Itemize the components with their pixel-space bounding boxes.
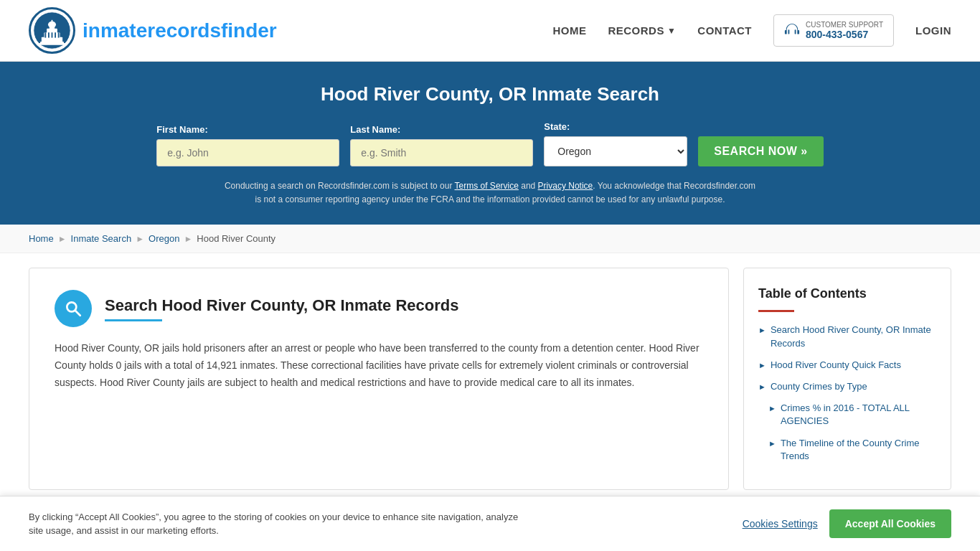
state-group: State: Oregon Alabama Alaska California … <box>544 121 687 166</box>
content-body: Hood River County, OR jails hold prisone… <box>55 340 703 391</box>
nav-contact[interactable]: CONTACT <box>697 24 752 37</box>
svg-rect-9 <box>52 32 53 37</box>
svg-rect-3 <box>47 29 57 33</box>
logo-icon <box>29 7 75 54</box>
svg-rect-1 <box>42 37 62 42</box>
logo-text-part1: inmaterecords <box>83 19 221 42</box>
disclaimer: Conducting a search on Recordsfinder.com… <box>221 179 759 207</box>
first-name-input[interactable] <box>156 139 339 166</box>
toc-item-label: Search Hood River County, OR Inmate Reco… <box>771 324 936 349</box>
nav-home[interactable]: HOME <box>552 24 586 37</box>
support-phone: 800-433-0567 <box>806 29 883 40</box>
breadcrumb-sep-2: ► <box>136 234 144 244</box>
toc-item[interactable]: ►County Crimes by Type <box>758 380 936 393</box>
svg-rect-7 <box>44 32 46 37</box>
nav-login[interactable]: LOGIN <box>915 24 951 37</box>
nav-records[interactable]: RECORDS ▼ <box>608 24 676 37</box>
logo-text-part2: finder <box>221 19 277 42</box>
toc-underline <box>758 310 794 312</box>
svg-rect-6 <box>52 20 53 24</box>
toc-item[interactable]: ►Crimes % in 2016 - TOTAL ALL AGENCIES <box>758 402 936 428</box>
breadcrumb: Home ► Inmate Search ► Oregon ► Hood Riv… <box>0 225 980 253</box>
chevron-right-icon: ► <box>758 325 766 336</box>
breadcrumb-sep-1: ► <box>58 234 67 244</box>
first-name-label: First Name: <box>156 124 208 135</box>
chevron-down-icon: ▼ <box>667 26 676 36</box>
chevron-right-icon: ► <box>758 360 766 371</box>
content-title: Search Hood River County, OR Inmate Reco… <box>105 296 458 315</box>
search-form: First Name: Last Name: State: Oregon Ala… <box>29 121 951 166</box>
logo-text: inmaterecordsfinder <box>83 19 277 42</box>
last-name-group: Last Name: <box>350 124 533 166</box>
svg-rect-8 <box>48 32 50 37</box>
table-of-contents: Table of Contents ►Search Hood River Cou… <box>743 268 951 490</box>
svg-rect-10 <box>55 32 56 37</box>
search-icon-circle <box>55 290 92 327</box>
nav-area: HOME RECORDS ▼ CONTACT CUSTOMER SUPPORT … <box>552 14 951 47</box>
search-banner: Hood River County, OR Inmate Search Firs… <box>0 62 980 225</box>
search-icon <box>64 299 83 318</box>
main-content: Search Hood River County, OR Inmate Reco… <box>0 253 980 504</box>
content-title-area: Search Hood River County, OR Inmate Reco… <box>105 296 458 321</box>
svg-line-15 <box>75 311 80 316</box>
toc-item-label: County Crimes by Type <box>771 380 867 393</box>
breadcrumb-inmate-search[interactable]: Inmate Search <box>71 233 132 244</box>
toc-item-label: Crimes % in 2016 - TOTAL ALL AGENCIES <box>781 402 936 428</box>
state-label: State: <box>544 121 570 132</box>
chevron-right-icon: ► <box>768 403 776 414</box>
banner-title: Hood River County, OR Inmate Search <box>29 83 951 105</box>
support-info: CUSTOMER SUPPORT 800-433-0567 <box>806 21 883 40</box>
breadcrumb-home[interactable]: Home <box>29 233 54 244</box>
logo-area: inmaterecordsfinder <box>29 7 277 54</box>
toc-item[interactable]: ►Hood River County Quick Facts <box>758 359 936 372</box>
last-name-input[interactable] <box>350 139 533 166</box>
content-left: Search Hood River County, OR Inmate Reco… <box>29 268 729 490</box>
state-select[interactable]: Oregon Alabama Alaska California Texas <box>544 136 687 166</box>
content-header: Search Hood River County, OR Inmate Reco… <box>55 290 703 327</box>
toc-list: ►Search Hood River County, OR Inmate Rec… <box>758 324 936 463</box>
header: inmaterecordsfinder HOME RECORDS ▼ CONTA… <box>0 0 980 62</box>
toc-title: Table of Contents <box>758 286 936 301</box>
chevron-right-icon: ► <box>758 382 766 392</box>
tos-link[interactable]: Terms of Service <box>455 181 519 191</box>
toc-item[interactable]: ►The Timeline of the County Crime Trends <box>758 437 936 463</box>
toc-item-label: The Timeline of the County Crime Trends <box>781 437 936 463</box>
title-underline <box>105 319 162 321</box>
svg-rect-11 <box>58 32 60 37</box>
privacy-link[interactable]: Privacy Notice <box>538 181 593 191</box>
customer-support[interactable]: CUSTOMER SUPPORT 800-433-0567 <box>773 14 894 47</box>
last-name-label: Last Name: <box>350 124 400 135</box>
search-button[interactable]: SEARCH NOW » <box>698 136 823 166</box>
breadcrumb-sep-3: ► <box>184 234 192 244</box>
svg-rect-13 <box>39 43 65 45</box>
support-label: CUSTOMER SUPPORT <box>806 21 883 29</box>
breadcrumb-oregon[interactable]: Oregon <box>149 233 179 244</box>
breadcrumb-current: Hood River County <box>197 233 275 244</box>
toc-item-label: Hood River County Quick Facts <box>771 359 901 372</box>
cookie-banner: By clicking “Accept All Cookies”, you ag… <box>0 496 980 504</box>
first-name-group: First Name: <box>156 124 339 166</box>
headset-icon <box>784 23 800 39</box>
chevron-right-icon: ► <box>768 438 776 449</box>
toc-item[interactable]: ►Search Hood River County, OR Inmate Rec… <box>758 324 936 349</box>
